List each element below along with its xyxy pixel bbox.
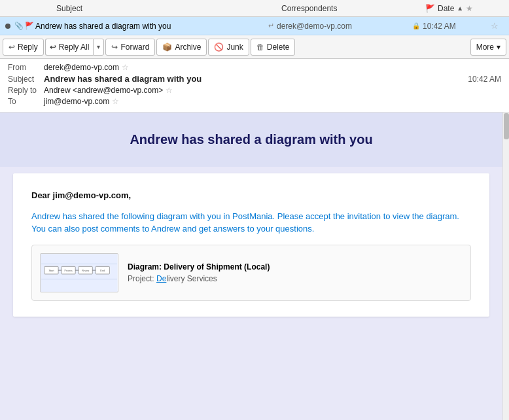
- diagram-title[interactable]: Delivery of Shipment (Local): [164, 262, 270, 271]
- email-body-header: Andrew has shared a diagram with you: [0, 113, 502, 167]
- email-header: From derek@demo-vp.com ☆ Subject Andrew …: [0, 59, 509, 113]
- forward-button[interactable]: ↪ Forward: [105, 39, 155, 56]
- svg-text:End: End: [100, 270, 105, 272]
- flag-header-icon: 🚩: [425, 4, 435, 13]
- sort-arrow-icon: ▲: [457, 5, 463, 12]
- row-star-icon[interactable]: ☆: [491, 21, 504, 31]
- body-bottom-padding: [0, 323, 502, 343]
- subject-row: Subject Andrew has shared a diagram with…: [8, 74, 501, 84]
- subject-value: Andrew has shared a diagram with you: [44, 74, 202, 84]
- email-time: 10:42 AM: [468, 75, 501, 84]
- email-body-paragraph: Andrew has shared the following diagram …: [31, 210, 471, 236]
- project-label: Project:: [128, 274, 154, 283]
- project-name-row: Project: Delivery Services: [128, 274, 270, 283]
- row-correspondent-email: derek@demo-vp.com: [277, 22, 352, 31]
- scrollbar-track[interactable]: [502, 113, 509, 420]
- from-value: derek@demo-vp.com: [44, 63, 119, 72]
- subject-label: Subject: [8, 75, 44, 84]
- reply-all-split: ↩ Reply All ▾: [45, 39, 105, 56]
- diagram-thumbnail: Start Process Review End: [40, 253, 118, 292]
- scrollbar-thumb[interactable]: [504, 113, 509, 139]
- project-name-rest: livery Services: [166, 274, 217, 283]
- email-body: Andrew has shared a diagram with you Dea…: [0, 113, 509, 343]
- reply-all-button[interactable]: ↩ Reply All: [45, 39, 94, 56]
- reply-to-label: Reply to: [8, 86, 44, 95]
- delete-button[interactable]: 🗑 Delete: [251, 39, 296, 56]
- delete-icon: 🗑: [256, 43, 264, 52]
- reply-to-row: Reply to Andrew <andrew@demo-vp.com> ☆: [8, 86, 501, 95]
- email-greeting: Dear jim@demo-vp.com,: [31, 189, 471, 202]
- date-column-header[interactable]: 🚩 Date ▲ ★: [425, 4, 504, 13]
- from-star-icon[interactable]: ☆: [122, 63, 129, 72]
- reply-button[interactable]: ↩ Reply: [3, 39, 44, 56]
- correspondents-column-header[interactable]: Correspondents: [281, 4, 425, 13]
- diagram-svg: Start Process Review End: [41, 254, 118, 292]
- reply-arrow-icon: ↵: [268, 22, 274, 30]
- junk-button[interactable]: 🚫 Junk: [208, 39, 249, 56]
- attachment-icon: 📎: [14, 22, 25, 30]
- diagram-info: Diagram: Delivery of Shipment (Local) Pr…: [128, 262, 270, 283]
- diagram-name-row: Diagram: Delivery of Shipment (Local): [128, 262, 270, 271]
- email-body-title: Andrew has shared a diagram with you: [13, 132, 489, 147]
- archive-icon: 📦: [162, 43, 172, 52]
- row-date: 🔒 10:42 AM: [412, 22, 491, 31]
- unread-dot: [5, 24, 10, 29]
- row-correspondents: ↵ derek@demo-vp.com: [268, 22, 412, 31]
- body-text-content: Andrew has shared the following diagram …: [31, 211, 459, 234]
- subject-column-header[interactable]: Subject: [56, 4, 281, 13]
- email-body-content: Dear jim@demo-vp.com, Andrew has shared …: [13, 173, 489, 317]
- flag-icon: 🚩: [25, 22, 35, 30]
- to-row: To jim@demo-vp.com ☆: [8, 97, 501, 106]
- archive-button[interactable]: 📦 Archive: [156, 39, 207, 56]
- diagram-label: Diagram:: [128, 262, 162, 271]
- svg-text:Process: Process: [64, 270, 73, 272]
- reply-all-icon: ↩: [50, 43, 56, 52]
- reply-to-value: Andrew <andrew@demo-vp.com>: [44, 86, 163, 95]
- reply-to-star-icon[interactable]: ☆: [166, 86, 173, 95]
- svg-text:Review: Review: [82, 270, 90, 272]
- email-body-wrapper: Andrew has shared a diagram with you Dea…: [0, 113, 509, 420]
- lock-icon: 🔒: [412, 22, 420, 29]
- junk-icon: 🚫: [214, 43, 224, 52]
- email-list-header: Subject Correspondents 🚩 Date ▲ ★: [0, 0, 509, 17]
- from-row: From derek@demo-vp.com ☆: [8, 63, 501, 72]
- more-chevron-icon: ▾: [497, 43, 500, 52]
- project-link-de[interactable]: De: [156, 274, 166, 283]
- email-toolbar: ↩ Reply ↩ Reply All ▾ ↪ Forward 📦 Archiv…: [0, 35, 509, 59]
- star-col-icon: ★: [466, 4, 473, 13]
- diagram-card[interactable]: Start Process Review End Diagram: Delive…: [31, 245, 471, 301]
- row-time: 10:42 AM: [423, 22, 456, 31]
- from-label: From: [8, 63, 44, 72]
- more-button[interactable]: More ▾: [470, 39, 506, 56]
- to-value: jim@demo-vp.com: [44, 97, 109, 106]
- to-star-icon[interactable]: ☆: [112, 97, 119, 106]
- reply-icon: ↩: [9, 43, 15, 52]
- forward-icon: ↪: [111, 43, 118, 52]
- svg-text:Start: Start: [48, 270, 54, 272]
- email-list-row[interactable]: 📎 🚩 Andrew has shared a diagram with you…: [0, 17, 509, 35]
- row-subject: Andrew has shared a diagram with you: [35, 22, 268, 31]
- reply-all-dropdown-button[interactable]: ▾: [93, 39, 104, 56]
- to-label: To: [8, 97, 44, 106]
